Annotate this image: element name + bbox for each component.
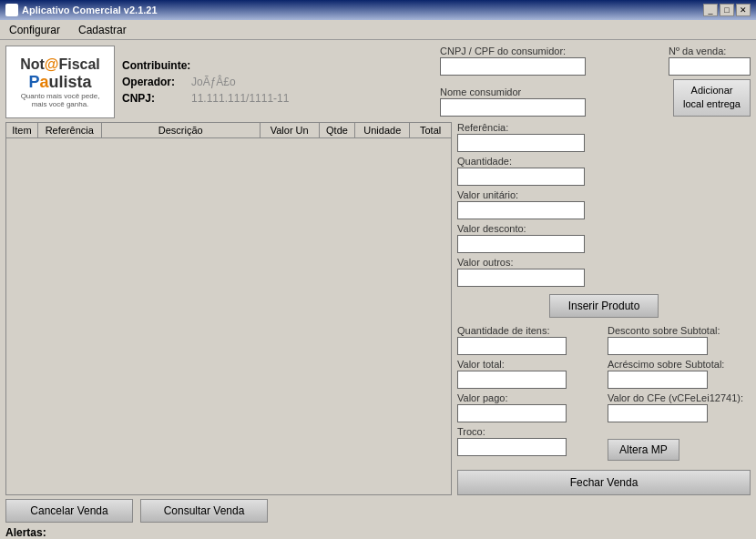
contribuinte-label: Contribuinte: <box>122 59 190 72</box>
nome-consumidor-label: Nome consumidor <box>440 86 666 97</box>
logo-paulista: Paulista <box>20 73 100 92</box>
desconto-subtotal-input[interactable] <box>608 337 708 355</box>
fechar-venda-button[interactable]: Fechar Venda <box>457 470 751 495</box>
window-title: Aplicativo Comercial v2.1.21 <box>22 5 158 15</box>
inserir-produto-button[interactable]: Inserir Produto <box>549 294 659 318</box>
logo-not-fiscal: Not@Fiscal <box>20 56 100 73</box>
main-content: Not@Fiscal Paulista Quanto mais você ped… <box>0 40 756 539</box>
cnpj-empresa-value: 11.111.111/1111-11 <box>191 92 289 105</box>
referencia-form-input[interactable] <box>457 134 585 152</box>
minimize-button[interactable]: _ <box>703 4 718 16</box>
operador-label: Operador: <box>122 76 186 88</box>
nro-venda-label: Nº da venda: <box>669 46 751 56</box>
menu-bar: Configurar Cadastrar <box>0 20 756 40</box>
col-item: Item <box>6 123 38 137</box>
valor-desconto-form-label: Valor desconto: <box>457 223 751 234</box>
stats-row-4: Troco: Altera MP <box>457 426 751 463</box>
valor-cfe-label: Valor do CFe (vCFeLei12741): <box>608 392 751 403</box>
add-local-entrega-button[interactable]: Adicionar local entrega <box>673 79 751 117</box>
valor-cfe-input[interactable] <box>608 404 708 422</box>
troco-input[interactable] <box>457 438 567 456</box>
desconto-subtotal-label: Desconto sobre Subtotal: <box>608 325 751 336</box>
stats-row-1: Quantidade de itens: Desconto sobre Subt… <box>457 325 751 355</box>
right-panel: Referência: Quantidade: Valor unitário: … <box>457 122 751 495</box>
valor-total-label: Valor total: <box>457 359 600 370</box>
nro-venda-input[interactable] <box>669 57 751 76</box>
menu-configurar[interactable]: Configurar <box>4 22 66 38</box>
quantidade-form-label: Quantidade: <box>457 156 751 167</box>
acrescimo-subtotal-input[interactable] <box>608 371 708 389</box>
bottom-left: Cancelar Venda Consultar Venda Alertas: <box>5 499 452 539</box>
product-table: Item Referência Descrição Valor Un Qtde … <box>5 122 452 495</box>
table-header: Item Referência Descrição Valor Un Qtde … <box>6 123 451 138</box>
referencia-form-label: Referência: <box>457 122 751 133</box>
stats-row-2: Valor total: Acréscimo sobre Subtotal: <box>457 359 751 389</box>
logo-tagline: Quanto mais você pede,mais você ganha. <box>20 92 100 108</box>
valor-desconto-form-input[interactable] <box>457 235 585 253</box>
table-body <box>6 138 451 494</box>
valor-outros-form-input[interactable] <box>457 269 585 287</box>
alerts-label: Alertas: <box>5 526 452 539</box>
app-icon <box>5 4 18 16</box>
logo-box: Not@Fiscal Paulista Quanto mais você ped… <box>5 46 115 118</box>
col-qtde: Qtde <box>320 123 356 137</box>
valor-unitario-form-label: Valor unitário: <box>457 189 751 200</box>
consultar-venda-button[interactable]: Consultar Venda <box>140 499 268 523</box>
acrescimo-subtotal-label: Acréscimo sobre Subtotal: <box>608 359 751 370</box>
valor-unitario-form-input[interactable] <box>457 201 585 219</box>
qtd-itens-label: Quantidade de itens: <box>457 325 600 336</box>
maximize-button[interactable]: □ <box>720 4 734 16</box>
cnpj-cpf-label: CNPJ / CPF do consumidor: <box>440 46 661 56</box>
valor-total-input[interactable] <box>457 371 567 389</box>
col-valor-un: Valor Un <box>261 123 320 137</box>
col-unidade: Unidade <box>355 123 410 137</box>
altera-mp-button[interactable]: Altera MP <box>608 439 679 461</box>
cnpj-label: CNPJ: <box>122 92 186 105</box>
qtd-itens-input[interactable] <box>457 337 567 355</box>
close-button[interactable]: ✕ <box>736 4 751 16</box>
valor-pago-label: Valor pago: <box>457 392 600 403</box>
valor-outros-form-label: Valor outros: <box>457 257 751 268</box>
col-referencia: Referência <box>38 123 102 137</box>
contribuinte-section: Contribuinte: Operador: JoÃƒÂ£o CNPJ: 11… <box>122 46 433 118</box>
title-bar: Aplicativo Comercial v2.1.21 _ □ ✕ <box>0 0 756 20</box>
menu-cadastrar[interactable]: Cadastrar <box>73 22 132 38</box>
header-section: Not@Fiscal Paulista Quanto mais você ped… <box>5 46 751 118</box>
cancelar-venda-button[interactable]: Cancelar Venda <box>5 499 133 523</box>
troco-label: Troco: <box>457 426 600 437</box>
operador-value: JoÃƒÂ£o <box>191 76 236 88</box>
stats-row-3: Valor pago: Valor do CFe (vCFeLei12741): <box>457 392 751 422</box>
middle-section: Item Referência Descrição Valor Un Qtde … <box>5 122 751 495</box>
col-total: Total <box>410 123 451 137</box>
cnpj-cpf-input[interactable] <box>440 57 586 76</box>
bottom-section: Cancelar Venda Consultar Venda Alertas: <box>5 499 751 539</box>
action-buttons: Cancelar Venda Consultar Venda <box>5 499 452 523</box>
valor-pago-input[interactable] <box>457 404 567 422</box>
nome-consumidor-input[interactable] <box>440 98 586 117</box>
col-descricao: Descrição <box>102 123 261 137</box>
quantidade-form-input[interactable] <box>457 168 585 186</box>
